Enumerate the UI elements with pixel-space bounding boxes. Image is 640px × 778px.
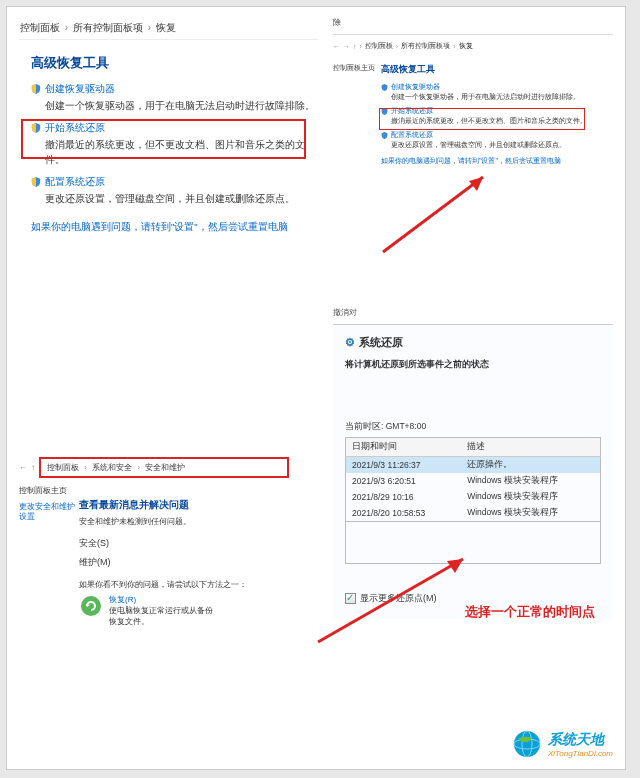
table-row[interactable]: 2021/9/3 6:20:51Windows 模块安装程序	[346, 473, 601, 489]
shield-icon	[31, 123, 41, 133]
restore-points-table[interactable]: 日期和时间 描述 2021/9/3 11:26:37还原操作。2021/9/3 …	[345, 437, 601, 522]
sidebar-link[interactable]: 控制面板主页	[19, 486, 75, 496]
status-text: 安全和维护未检测到任何问题。	[79, 516, 319, 527]
breadcrumb-highlighted: 控制面板 › 系统和安全 › 安全和维护	[39, 457, 289, 478]
link-configure-restore[interactable]: 配置系统还原	[31, 175, 319, 189]
footer-text: 如果你的电脑遇到问题，请转到"设置"，然后尝试重置电脑	[381, 156, 613, 166]
page-title: 高级恢复工具	[31, 54, 319, 72]
table-row[interactable]: 2021/9/3 11:26:37还原操作。	[346, 457, 601, 474]
recovery-icon	[79, 594, 103, 618]
svg-point-0	[81, 596, 101, 616]
link-label: 创建恢复驱动器	[45, 82, 115, 96]
link-desc: 更改还原设置，管理磁盘空间，并且创建或删除还原点。	[391, 141, 613, 150]
forward-icon[interactable]: →	[343, 43, 350, 50]
globe-icon	[512, 729, 542, 759]
table-row[interactable]: 2021/8/20 10:58:53Windows 模块安装程序	[346, 505, 601, 522]
hint-text: 如果你看不到你的问题，请尝试以下方法之一：	[79, 579, 319, 590]
link-desc: 更改还原设置，管理磁盘空间，并且创建或删除还原点。	[45, 192, 319, 206]
annotation-text: 选择一个正常的时间点	[465, 603, 595, 621]
section-security[interactable]: 安全(S)	[79, 537, 319, 550]
svg-point-1	[514, 731, 540, 757]
crumb-1[interactable]: 控制面板	[20, 22, 60, 33]
chevron-right-icon: ›	[65, 22, 68, 33]
panel-security-maintenance: ← ↑ 控制面板 › 系统和安全 › 安全和维护 控制面板主页 更改安全和维护设…	[19, 457, 319, 627]
shield-icon	[381, 132, 388, 139]
recovery-link[interactable]: 恢复(R)	[109, 594, 213, 605]
shield-icon	[381, 84, 388, 91]
col-desc[interactable]: 描述	[461, 438, 600, 457]
page-title: 高级恢复工具	[381, 63, 613, 76]
link-create-recovery-drive[interactable]: 创建恢复驱动器	[31, 82, 319, 96]
back-label: 除	[333, 17, 613, 28]
cell-datetime: 2021/9/3 11:26:37	[346, 457, 462, 474]
up-icon[interactable]: ↑	[31, 463, 35, 472]
gear-icon: ⚙	[345, 336, 355, 349]
link-label: 开始系统还原	[45, 121, 105, 135]
link-system-restore[interactable]: 开始系统还原	[31, 121, 319, 135]
dialog-title: ⚙ 系统还原	[345, 335, 601, 350]
crumb-2[interactable]: 所有控制面板项	[73, 22, 143, 33]
table-row[interactable]: 2021/8/29 10:16Windows 模块安装程序	[346, 489, 601, 505]
link-desc: 撤消最近的系统更改，但不更改文档、图片和音乐之类的文件。	[391, 117, 613, 126]
sidebar-link[interactable]: 控制面板主页	[333, 63, 377, 166]
link-desc: 创建一个恢复驱动器，用于在电脑无法启动时进行故障排除。	[391, 93, 613, 102]
shield-icon	[31, 84, 41, 94]
col-datetime[interactable]: 日期和时间	[346, 438, 462, 457]
page-title: 查看最新消息并解决问题	[79, 498, 319, 512]
recovery-block[interactable]: 恢复(R) 使电脑恢复正常运行或从备份 恢复文件。	[79, 594, 319, 627]
cell-datetime: 2021/8/20 10:58:53	[346, 505, 462, 522]
cell-datetime: 2021/8/29 10:16	[346, 489, 462, 505]
link-label: 配置系统还原	[45, 175, 105, 189]
panel-recovery-large: 控制面板 › 所有控制面板项 › 恢复 高级恢复工具 创建恢复驱动器 创建一个恢…	[19, 17, 319, 242]
cell-desc: Windows 模块安装程序	[461, 505, 600, 522]
section-label: 撤消对	[333, 307, 613, 318]
up-icon[interactable]: ↑	[353, 43, 357, 50]
crumb-1[interactable]: 控制面板	[47, 463, 79, 472]
cell-datetime: 2021/9/3 6:20:51	[346, 473, 462, 489]
dialog-subtitle: 将计算机还原到所选事件之前的状态	[345, 358, 601, 371]
watermark-url: XiTongTianDi.com	[548, 749, 613, 758]
shield-icon	[31, 177, 41, 187]
section-maintenance[interactable]: 维护(M)	[79, 556, 319, 569]
crumb-3[interactable]: 恢复	[156, 22, 176, 33]
annotation-arrow-icon	[373, 167, 503, 257]
chevron-right-icon: ›	[148, 22, 151, 33]
link-desc: 撤消最近的系统更改，但不更改文档、图片和音乐之类的文件。	[45, 138, 319, 167]
watermark-name: 系统天地	[548, 731, 613, 749]
link-configure-restore[interactable]: 配置系统还原	[381, 130, 613, 140]
link-system-restore[interactable]: 开始系统还原	[381, 106, 613, 116]
panel-recovery-small: 除 ← → ↑ › 控制面板 › 所有控制面板项 › 恢复 控制面板主页 高级恢…	[333, 17, 613, 166]
crumb-3[interactable]: 恢复	[459, 41, 473, 51]
checkbox-icon[interactable]	[345, 593, 356, 604]
crumb-2[interactable]: 系统和安全	[92, 463, 132, 472]
watermark: 系统天地 XiTongTianDi.com	[512, 729, 613, 759]
breadcrumb: ← → ↑ › 控制面板 › 所有控制面板项 › 恢复	[333, 39, 613, 57]
panel-system-restore: 撤消对 ⚙ 系统还原 将计算机还原到所选事件之前的状态 当前时区: GMT+8:…	[333, 297, 613, 619]
crumb-1[interactable]: 控制面板	[365, 41, 393, 51]
back-icon[interactable]: ←	[19, 463, 27, 472]
timezone-label: 当前时区: GMT+8:00	[345, 421, 601, 433]
breadcrumb: 控制面板 › 所有控制面板项 › 恢复	[19, 17, 319, 40]
cell-desc: Windows 模块安装程序	[461, 473, 600, 489]
sidebar-link[interactable]: 更改安全和维护设置	[19, 502, 75, 522]
back-icon[interactable]: ←	[333, 43, 340, 50]
cell-desc: Windows 模块安装程序	[461, 489, 600, 505]
crumb-3[interactable]: 安全和维护	[145, 463, 185, 472]
restore-dialog: ⚙ 系统还原 将计算机还原到所选事件之前的状态 当前时区: GMT+8:00 日…	[333, 324, 613, 619]
cell-desc: 还原操作。	[461, 457, 600, 474]
link-desc: 创建一个恢复驱动器，用于在电脑无法启动时进行故障排除。	[45, 99, 319, 113]
shield-icon	[381, 108, 388, 115]
footer-text: 如果你的电脑遇到问题，请转到"设置"，然后尝试重置电脑	[31, 220, 319, 234]
link-create-recovery-drive[interactable]: 创建恢复驱动器	[381, 82, 613, 92]
crumb-2[interactable]: 所有控制面板项	[401, 41, 450, 51]
